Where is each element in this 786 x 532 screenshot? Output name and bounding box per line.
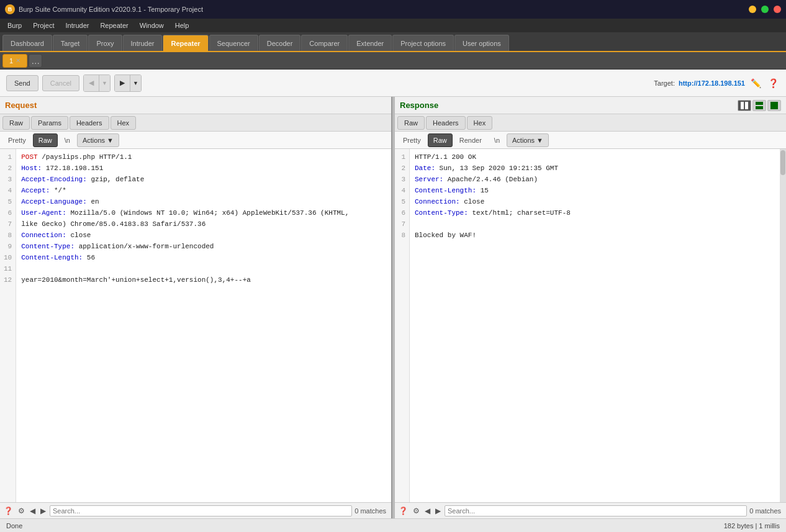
menubar: Burp Project Intruder Repeater Window He… [0, 19, 786, 32]
menu-window[interactable]: Window [135, 20, 169, 30]
edit-target-button[interactable]: ✏️ [749, 76, 762, 90]
request-inner-toolbar: Pretty Raw \n Actions ▼ [0, 132, 391, 149]
view-split-h-btn[interactable] [738, 100, 751, 111]
nav-back-button[interactable]: ◀ [84, 75, 99, 91]
tab-repeater[interactable]: Repeater [163, 35, 208, 51]
repeater-tab-1[interactable]: 1 ✕ [2, 54, 27, 68]
request-search-bar: ❓ ⚙ ◀ ▶ 0 matches [0, 502, 391, 518]
request-help-icon[interactable]: ❓ [2, 507, 14, 515]
cancel-button[interactable]: Cancel [42, 75, 79, 91]
request-raw-btn[interactable]: Raw [33, 133, 58, 147]
minimize-button[interactable] [749, 6, 756, 13]
request-actions-btn[interactable]: Actions ▼ [77, 133, 119, 147]
svg-rect-0 [741, 102, 744, 109]
response-pretty-btn[interactable]: Pretty [397, 133, 427, 147]
response-view-buttons [738, 100, 781, 111]
nav-forward-group: ▶ ▼ [114, 74, 142, 92]
response-header: Response [395, 97, 786, 114]
svg-rect-2 [756, 102, 763, 105]
menu-intruder[interactable]: Intruder [61, 20, 94, 30]
tab-sequencer[interactable]: Sequencer [209, 35, 258, 51]
response-actions-label: Actions [512, 137, 535, 144]
request-code-content[interactable]: POST /payslips.php HTTP/1.1 Host: 172.18… [16, 149, 391, 502]
svg-rect-1 [745, 102, 748, 109]
toolbar: Send Cancel ◀ ▼ ▶ ▼ Target: http://172.1… [0, 70, 786, 97]
response-pane: Response Raw Headers Hex Pretty Raw Rend… [395, 97, 786, 518]
request-pane: Request Raw Params Headers Hex Pretty Ra… [0, 97, 392, 518]
status-left: Done [6, 522, 22, 530]
request-tabs: Raw Params Headers Hex [0, 114, 391, 132]
response-line-numbers: 12345 678 [395, 149, 410, 502]
response-inner-toolbar: Pretty Raw Render \n Actions ▼ [395, 132, 786, 149]
request-settings-icon[interactable]: ⚙ [17, 507, 26, 515]
menu-repeater[interactable]: Repeater [95, 20, 133, 30]
request-line-numbers: 12345 678910 1112 [0, 149, 16, 502]
response-search-forward-btn[interactable]: ▶ [434, 507, 442, 515]
request-pretty-btn[interactable]: Pretty [2, 133, 32, 147]
response-matches-label: 0 matches [749, 507, 784, 515]
response-search-back-btn[interactable]: ◀ [423, 507, 431, 515]
repeater-tab-label: 1 [9, 57, 13, 65]
response-settings-icon[interactable]: ⚙ [412, 507, 421, 515]
actions-label: Actions [83, 137, 105, 144]
menu-burp[interactable]: Burp [2, 20, 27, 30]
repeater-tab-bar: 1 ✕ … [0, 52, 786, 70]
tab-proxy[interactable]: Proxy [88, 35, 122, 51]
request-tab-raw[interactable]: Raw [2, 116, 30, 130]
repeater-tab-add[interactable]: … [29, 54, 42, 68]
window-title: Burp Suite Community Edition v2020.9.1 -… [19, 6, 203, 13]
request-label: Request [5, 101, 37, 110]
titlebar: B Burp Suite Community Edition v2020.9.1… [0, 0, 786, 19]
tab-comparer[interactable]: Comparer [301, 35, 348, 51]
request-header: Request [0, 97, 391, 114]
response-render-btn[interactable]: Render [454, 133, 487, 147]
tab-target[interactable]: Target [53, 35, 88, 51]
send-button[interactable]: Send [6, 75, 38, 91]
tab-dashboard[interactable]: Dashboard [2, 35, 52, 51]
request-search-input[interactable] [50, 505, 352, 516]
response-tab-hex[interactable]: Hex [467, 116, 493, 130]
response-newline-btn[interactable]: \n [489, 133, 505, 147]
response-tabs: Raw Headers Hex [395, 114, 786, 132]
actions-chevron-icon: ▼ [107, 137, 114, 144]
request-tab-params[interactable]: Params [31, 116, 68, 130]
view-split-v-btn[interactable] [752, 100, 766, 111]
request-newline-btn[interactable]: \n [59, 133, 76, 147]
tab-decoder[interactable]: Decoder [259, 35, 301, 51]
request-code-area[interactable]: 12345 678910 1112 POST /payslips.php HTT… [0, 149, 391, 502]
repeater-tab-close[interactable]: ✕ [16, 57, 20, 64]
request-tab-hex[interactable]: Hex [111, 116, 137, 130]
target-prefix: Target: [654, 79, 675, 87]
request-search-forward-btn[interactable]: ▶ [39, 507, 47, 515]
response-code-area[interactable]: 12345 678 HTTP/1.1 200 OK Date: Sun, 13 … [395, 149, 786, 502]
nav-back-dropdown[interactable]: ▼ [99, 75, 110, 91]
svg-rect-4 [770, 102, 778, 109]
response-actions-btn[interactable]: Actions ▼ [507, 133, 549, 147]
tab-extender[interactable]: Extender [348, 35, 392, 51]
view-single-btn[interactable] [767, 100, 781, 111]
tab-intruder[interactable]: Intruder [123, 35, 163, 51]
request-matches-label: 0 matches [355, 507, 389, 515]
status-right: 182 bytes | 1 millis [724, 522, 780, 530]
svg-rect-3 [756, 106, 763, 109]
response-help-icon[interactable]: ❓ [397, 507, 409, 515]
response-tab-raw[interactable]: Raw [397, 116, 425, 130]
close-button[interactable] [774, 6, 781, 13]
main-tab-bar: Dashboard Target Proxy Intruder Repeater… [0, 32, 786, 52]
tab-user-options[interactable]: User options [454, 35, 509, 51]
response-code-content: HTTP/1.1 200 OK Date: Sun, 13 Sep 2020 1… [410, 149, 786, 502]
nav-forward-dropdown[interactable]: ▼ [130, 75, 141, 91]
help-button[interactable]: ❓ [766, 76, 780, 90]
response-raw-btn[interactable]: Raw [428, 133, 453, 147]
response-tab-headers[interactable]: Headers [426, 116, 466, 130]
nav-forward-button[interactable]: ▶ [115, 75, 130, 91]
app-icon: B [5, 4, 15, 14]
request-tab-headers[interactable]: Headers [70, 116, 109, 130]
response-search-input[interactable] [445, 505, 747, 516]
maximize-button[interactable] [761, 6, 769, 13]
response-actions-chevron-icon: ▼ [536, 137, 543, 144]
request-search-back-btn[interactable]: ◀ [29, 507, 37, 515]
menu-project[interactable]: Project [28, 20, 59, 30]
tab-project-options[interactable]: Project options [392, 35, 454, 51]
menu-help[interactable]: Help [170, 20, 194, 30]
